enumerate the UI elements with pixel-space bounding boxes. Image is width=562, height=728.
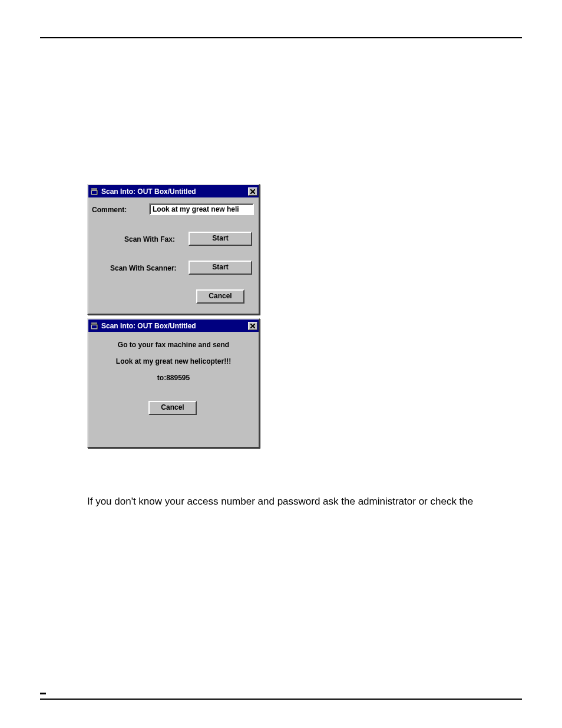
svg-rect-2 — [91, 188, 97, 190]
svg-rect-5 — [91, 322, 97, 324]
close-button[interactable] — [248, 187, 257, 196]
top-horizontal-rule — [40, 37, 522, 38]
titlebar-1: Scan Into: OUT Box/Untitled — [88, 185, 259, 197]
document-page: Scan Into: OUT Box/Untitled Comment: Loo… — [0, 0, 562, 728]
dialog-title: Scan Into: OUT Box/Untitled — [101, 187, 248, 196]
body-paragraph: If you don't know your access number and… — [87, 496, 473, 508]
app-icon — [91, 322, 99, 330]
svg-rect-4 — [92, 325, 97, 328]
dialog2-client: Go to your fax machine and send Look at … — [88, 332, 259, 447]
close-icon — [250, 189, 255, 194]
comment-label: Comment: — [92, 206, 127, 214]
fax-instruction-line1: Go to your fax machine and send — [88, 341, 259, 349]
comment-input[interactable]: Look at my great new heli — [149, 203, 254, 215]
app-icon — [91, 188, 99, 195]
svg-rect-1 — [92, 191, 97, 194]
close-icon — [250, 324, 255, 328]
dialog2-cancel-button[interactable]: Cancel — [148, 401, 197, 415]
scan-with-scanner-label: Scan With Scanner: — [110, 264, 177, 272]
scan-into-dialog-1: Scan Into: OUT Box/Untitled Comment: Loo… — [87, 184, 260, 315]
fax-instruction-line2: Look at my great new helicopter!!! — [88, 357, 259, 365]
dialog1-cancel-button[interactable]: Cancel — [196, 289, 244, 304]
scan-into-dialog-2: Scan Into: OUT Box/Untitled Go to your f… — [87, 318, 260, 448]
fax-instruction-line3: to:889595 — [88, 374, 259, 382]
bottom-horizontal-rule — [40, 699, 522, 700]
dialog1-client: Comment: Look at my great new heli Scan … — [88, 197, 259, 314]
scan-with-fax-label: Scan With Fax: — [124, 235, 175, 243]
scan-with-fax-start-button[interactable]: Start — [189, 232, 252, 246]
close-button[interactable] — [248, 322, 257, 330]
titlebar-2: Scan Into: OUT Box/Untitled — [88, 319, 259, 332]
footer-dash — [40, 693, 46, 694]
scan-with-scanner-start-button[interactable]: Start — [189, 261, 252, 275]
dialog-title: Scan Into: OUT Box/Untitled — [101, 322, 248, 330]
